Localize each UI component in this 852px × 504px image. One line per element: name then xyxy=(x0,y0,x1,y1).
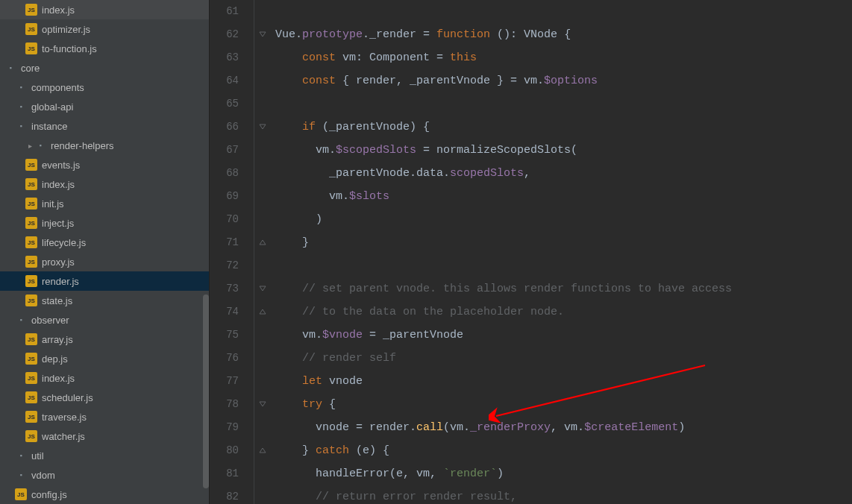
tree-item-render-js[interactable]: JSrender.js xyxy=(0,271,209,291)
tree-item-render-helpers[interactable]: ▸▪render-helpers xyxy=(0,136,209,155)
fold-close-icon[interactable] xyxy=(257,237,268,248)
tree-item-observer[interactable]: ▪observer xyxy=(0,310,209,330)
fold-close-icon[interactable] xyxy=(257,445,268,456)
tree-item-dep-js[interactable]: JSdep.js xyxy=(0,349,209,368)
tree-item-lifecycle-js[interactable]: JSlifecycle.js xyxy=(0,233,209,252)
js-file-icon: JS xyxy=(25,294,37,306)
tree-item-util[interactable]: ▪util xyxy=(0,446,209,465)
tree-item-label: scheduler.js xyxy=(42,392,93,403)
tree-item-init-js[interactable]: JSinit.js xyxy=(0,194,209,213)
code-line[interactable]: vm.$vnode = _parentVnode xyxy=(275,324,852,347)
tree-item-index-js[interactable]: JSindex.js xyxy=(0,174,209,194)
tree-item-inject-js[interactable]: JSinject.js xyxy=(0,213,209,233)
js-file-icon: JS xyxy=(25,159,37,171)
tree-item-global-api[interactable]: ▪global-api xyxy=(0,97,209,116)
js-file-icon: JS xyxy=(25,353,37,365)
fold-open-icon[interactable] xyxy=(257,399,268,409)
line-number: 77 xyxy=(210,370,239,393)
tree-item-instance[interactable]: ▪instance xyxy=(0,116,209,136)
js-file-icon: JS xyxy=(25,23,37,35)
tree-item-vdom[interactable]: ▪vdom xyxy=(0,465,209,485)
code-area[interactable]: Vue.prototype._render = function (): VNo… xyxy=(272,0,852,504)
code-line[interactable]: } catch (e) { xyxy=(275,439,852,462)
code-line[interactable]: vm.$slots xyxy=(275,185,852,208)
line-number: 61 xyxy=(210,0,239,23)
code-line[interactable]: _parentVnode.data.scopedSlots, xyxy=(275,162,852,185)
code-line[interactable]: try { xyxy=(275,393,852,416)
tree-item-label: config.js xyxy=(31,489,67,500)
code-line[interactable]: // render self xyxy=(275,347,852,370)
js-file-icon: JS xyxy=(25,217,37,229)
code-line[interactable]: Vue.prototype._render = function (): VNo… xyxy=(275,23,852,46)
tree-item-label: core xyxy=(21,63,40,74)
line-number: 81 xyxy=(210,462,239,485)
code-line[interactable] xyxy=(275,0,852,23)
file-tree-sidebar[interactable]: JSindex.jsJSoptimizer.jsJSto-function.js… xyxy=(0,0,210,504)
tree-item-scheduler-js[interactable]: JSscheduler.js xyxy=(0,388,209,407)
line-gutter: 6162636465666768697071727374757677787980… xyxy=(210,0,254,504)
tree-item-index-js[interactable]: JSindex.js xyxy=(0,0,209,19)
code-line[interactable] xyxy=(275,92,852,116)
folder-icon: ▪ xyxy=(15,81,27,93)
line-number: 70 xyxy=(210,208,239,231)
tree-item-traverse-js[interactable]: JStraverse.js xyxy=(0,407,209,426)
tree-item-label: util xyxy=(31,450,44,462)
tree-item-label: events.js xyxy=(42,160,80,171)
code-line[interactable]: // return error render result, xyxy=(275,485,852,504)
code-line[interactable]: vnode = render.call(vm._renderProxy, vm.… xyxy=(275,416,852,439)
code-line[interactable]: // to the data on the placeholder node. xyxy=(275,300,852,324)
fold-open-icon[interactable] xyxy=(257,283,268,294)
code-line[interactable]: // set parent vnode. this allows render … xyxy=(275,277,852,300)
folder-icon: ▪ xyxy=(4,62,16,74)
tree-item-label: instance xyxy=(31,121,67,132)
code-line[interactable]: if (_parentVnode) { xyxy=(275,116,852,139)
tree-item-events-js[interactable]: JSevents.js xyxy=(0,155,209,174)
line-number: 76 xyxy=(210,347,239,370)
sidebar-scrollbar[interactable] xyxy=(203,294,209,488)
tree-item-optimizer-js[interactable]: JSoptimizer.js xyxy=(0,19,209,39)
js-file-icon: JS xyxy=(25,391,37,403)
tree-item-components[interactable]: ▪components xyxy=(0,78,209,97)
tree-item-array-js[interactable]: JSarray.js xyxy=(0,330,209,349)
line-number: 82 xyxy=(210,485,239,504)
code-line[interactable]: let vnode xyxy=(275,370,852,393)
code-line[interactable]: } xyxy=(275,231,852,254)
line-number: 71 xyxy=(210,231,239,254)
tree-item-state-js[interactable]: JSstate.js xyxy=(0,291,209,310)
chevron-right-icon[interactable]: ▸ xyxy=(25,142,34,150)
fold-open-icon[interactable] xyxy=(257,29,268,40)
folder-icon: ▪ xyxy=(15,450,27,462)
tree-item-config-js[interactable]: JSconfig.js xyxy=(0,485,209,504)
code-line[interactable]: vm.$scopedSlots = normalizeScopedSlots( xyxy=(275,139,852,162)
fold-open-icon[interactable] xyxy=(257,122,268,132)
line-number: 64 xyxy=(210,69,239,92)
code-line[interactable]: const vm: Component = this xyxy=(275,46,852,69)
tree-item-proxy-js[interactable]: JSproxy.js xyxy=(0,252,209,271)
code-line[interactable] xyxy=(275,254,852,277)
tree-item-index-js[interactable]: JSindex.js xyxy=(0,368,209,388)
code-line[interactable]: const { render, _parentVnode } = vm.$opt… xyxy=(275,69,852,92)
line-number: 72 xyxy=(210,254,239,277)
fold-gutter[interactable] xyxy=(254,0,272,504)
js-file-icon: JS xyxy=(25,236,37,248)
js-file-icon: JS xyxy=(25,4,37,16)
folder-icon: ▪ xyxy=(34,139,46,151)
code-line[interactable]: ) xyxy=(275,208,852,231)
js-file-icon: JS xyxy=(25,42,37,54)
tree-item-label: dep.js xyxy=(42,353,68,365)
tree-item-label: observer xyxy=(31,315,69,326)
folder-icon: ▪ xyxy=(15,101,27,113)
code-line[interactable]: handleError(e, vm, `render`) xyxy=(275,462,852,485)
line-number: 73 xyxy=(210,277,239,300)
tree-item-label: lifecycle.js xyxy=(42,237,86,248)
fold-close-icon[interactable] xyxy=(257,306,268,317)
js-file-icon: JS xyxy=(25,411,37,423)
tree-item-to-function-js[interactable]: JSto-function.js xyxy=(0,39,209,58)
code-editor[interactable]: 6162636465666768697071727374757677787980… xyxy=(210,0,852,504)
tree-item-label: optimizer.js xyxy=(42,24,90,35)
line-number: 74 xyxy=(210,300,239,324)
tree-item-label: traverse.js xyxy=(42,412,87,423)
js-file-icon: JS xyxy=(15,488,27,500)
tree-item-watcher-js[interactable]: JSwatcher.js xyxy=(0,426,209,446)
tree-item-core[interactable]: ▪core xyxy=(0,58,209,78)
